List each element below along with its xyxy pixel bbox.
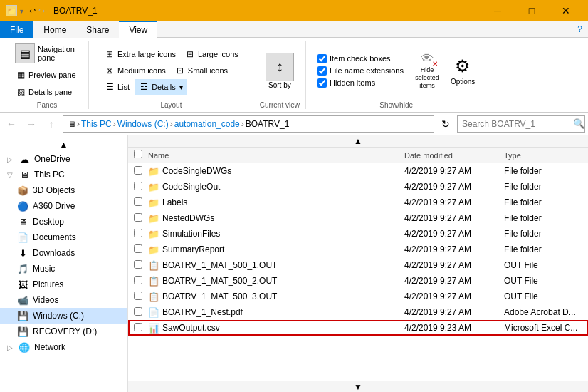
hidden-items-option[interactable]: Hidden items (317, 78, 404, 88)
breadcrumb-automation-code[interactable]: automation_code (174, 119, 240, 129)
list-icon: ☰ (104, 81, 115, 93)
file-row[interactable]: 📁 SummaryReport 4/2/2019 9:27 AM File fo… (128, 242, 588, 257)
sidebar-item-onedrive[interactable]: ▷ ☁ OneDrive (0, 151, 127, 167)
type-column-header[interactable]: Type (504, 151, 582, 160)
navigation-pane-icon: ▤ (15, 43, 35, 63)
search-button[interactable]: 🔍 (573, 116, 585, 132)
pc-icon: 🖥 (68, 120, 75, 128)
row-checkbox-10[interactable] (134, 323, 142, 331)
tab-home[interactable]: Home (33, 21, 76, 38)
file-name-extensions-option[interactable]: File name extensions (317, 66, 404, 76)
sidebar-item-3d-objects[interactable]: 📦 3D Objects (0, 182, 127, 198)
breadcrumb-this-pc[interactable]: This PC (81, 119, 112, 129)
close-button[interactable]: ✕ (550, 0, 582, 21)
hide-selected-items-btn[interactable]: 👁✕ Hide selecteditems (409, 56, 445, 85)
details-btn[interactable]: ☲ Details ▾ (135, 79, 187, 95)
sidebar-item-documents[interactable]: 📄 Documents (0, 229, 127, 245)
check-all-checkbox[interactable] (134, 150, 142, 158)
breadcrumb-windows-c[interactable]: Windows (C:) (117, 119, 169, 129)
sidebar-label-this-pc: This PC (34, 170, 65, 180)
row-checkbox-0[interactable] (134, 166, 142, 175)
row-checkbox-1[interactable] (134, 182, 142, 190)
sidebar-item-videos[interactable]: 📹 Videos (0, 292, 127, 308)
maximize-button[interactable]: □ (515, 0, 548, 21)
file-row[interactable]: 📋 BOATRV_1_MAT_500_3.OUT 4/2/2019 9:27 A… (128, 289, 588, 304)
row-checkbox-5[interactable] (134, 244, 142, 253)
item-check-boxes-checkbox[interactable] (317, 54, 327, 63)
sidebar-item-downloads[interactable]: ⬇ Downloads (0, 245, 127, 261)
row-checkbox-col (134, 213, 148, 224)
preview-pane-btn[interactable]: ▦ Preview pane (11, 67, 83, 83)
sidebar-item-recovery[interactable]: 💾 RECOVERY (D:) (0, 324, 127, 339)
file-row[interactable]: 📁 NestedDWGs 4/2/2019 9:27 AM File folde… (128, 210, 588, 226)
file-scroll-up[interactable]: ▲ (128, 135, 588, 148)
back-button[interactable]: ← (3, 115, 20, 133)
preview-pane-label: Preview pane (28, 71, 76, 79)
file-row[interactable]: 📁 CodeSingleDWGs 4/2/2019 9:27 AM File f… (128, 163, 588, 179)
sidebar-item-music[interactable]: 🎵 Music (0, 261, 127, 277)
file-name-extensions-checkbox[interactable] (317, 66, 327, 76)
up-button[interactable]: ↑ (43, 115, 60, 133)
row-checkbox-9[interactable] (134, 307, 142, 316)
sidebar-item-desktop[interactable]: 🖥 Desktop (0, 214, 127, 229)
large-icons-btn[interactable]: ⊟ Large icons (181, 46, 242, 62)
row-checkbox-2[interactable] (134, 197, 142, 206)
sidebar-label-music: Music (33, 264, 55, 274)
file-name: BOATRV_1_MAT_500_2.OUT (162, 276, 277, 286)
file-name: SummaryReport (162, 244, 224, 254)
row-checkbox-4[interactable] (134, 229, 142, 237)
main-area: ▲ ▷ ☁ OneDrive ▽ 🖥 This PC 📦 3D Objects … (0, 135, 588, 392)
item-check-boxes-option[interactable]: Item check boxes (317, 53, 404, 64)
extra-large-icons-btn[interactable]: ⊞ Extra large icons (100, 46, 179, 62)
search-input[interactable] (458, 119, 573, 129)
documents-icon: 📄 (17, 232, 28, 243)
file-row[interactable]: 📁 CodeSingleOut 4/2/2019 9:27 AM File fo… (128, 179, 588, 195)
file-name-col: 📊 SawOutput.csv (148, 322, 404, 334)
tab-view[interactable]: View (119, 21, 157, 38)
breadcrumb-boatrv1: BOATRV_1 (246, 119, 290, 129)
windows-c-icon: 💾 (17, 310, 28, 321)
file-name: BOATRV_1_MAT_500_3.OUT (162, 292, 277, 301)
file-row[interactable]: 📁 SimulationFiles 4/2/2019 9:27 AM File … (128, 226, 588, 242)
file-scroll-down[interactable]: ▼ (128, 381, 588, 392)
small-icons-btn[interactable]: ⊡ Small icons (171, 63, 231, 78)
ribbon-help: ? (157, 21, 588, 38)
name-column-header[interactable]: Name (148, 151, 404, 160)
file-row[interactable]: 📋 BOATRV_1_MAT_500_1.OUT 4/2/2019 9:27 A… (128, 257, 588, 273)
row-checkbox-7[interactable] (134, 276, 142, 284)
hidden-items-checkbox[interactable] (317, 78, 327, 88)
minimize-button[interactable]: ─ (481, 0, 514, 21)
sidebar-item-this-pc[interactable]: ▽ 🖥 This PC (0, 167, 127, 182)
refresh-button[interactable]: ↻ (437, 115, 454, 133)
file-row[interactable]: 📋 BOATRV_1_MAT_500_2.OUT 4/2/2019 9:27 A… (128, 273, 588, 289)
file-date: 4/2/2019 9:27 AM (404, 229, 504, 239)
forward-button[interactable]: → (23, 115, 40, 133)
file-row[interactable]: 📁 Labels 4/2/2019 9:27 AM File folder (128, 195, 588, 210)
file-type: File folder (504, 197, 582, 207)
sidebar-item-network[interactable]: ▷ 🌐 Network (0, 339, 127, 355)
list-btn[interactable]: ☰ List (100, 79, 133, 95)
sidebar-item-pictures[interactable]: 🖼 Pictures (0, 277, 127, 292)
file-type: Adobe Acrobat D... (504, 307, 582, 317)
undo-icon[interactable]: ↩ (29, 6, 36, 16)
navigation-pane-btn[interactable]: ▤ Navigationpane (11, 41, 83, 66)
medium-icons-btn[interactable]: ⊠ Medium icons (100, 63, 169, 78)
file-row[interactable]: 📊 SawOutput.csv 4/2/2019 9:23 AM Microso… (128, 320, 588, 336)
details-pane-btn[interactable]: ▧ Details pane (11, 84, 83, 100)
tab-share[interactable]: Share (76, 21, 119, 38)
sidebar-item-a360[interactable]: 🔵 A360 Drive (0, 198, 127, 214)
options-label: Options (451, 78, 475, 86)
sidebar-label-network: Network (34, 342, 65, 352)
date-modified-column-header[interactable]: Date modified (404, 151, 504, 160)
sidebar-item-windows-c[interactable]: 💾 Windows (C:) (0, 308, 127, 324)
row-checkbox-3[interactable] (134, 213, 142, 222)
file-row[interactable]: 📄 BOATRV_1_Nest.pdf 4/2/2019 9:27 AM Ado… (128, 304, 588, 320)
row-checkbox-6[interactable] (134, 260, 142, 269)
row-checkbox-8[interactable] (134, 292, 142, 300)
ribbon-group-current-view: ↕ Sort by Current view (254, 41, 306, 109)
options-btn[interactable]: ⚙ Options (451, 56, 475, 86)
tab-file[interactable]: File (0, 21, 33, 38)
file-icon: 📁 (148, 165, 159, 177)
ribbon: File Home Share View ? ▤ Navigationpane … (0, 21, 588, 113)
ribbon-group-panes: ▤ Navigationpane ▦ Preview pane ▧ Detail… (6, 41, 89, 109)
